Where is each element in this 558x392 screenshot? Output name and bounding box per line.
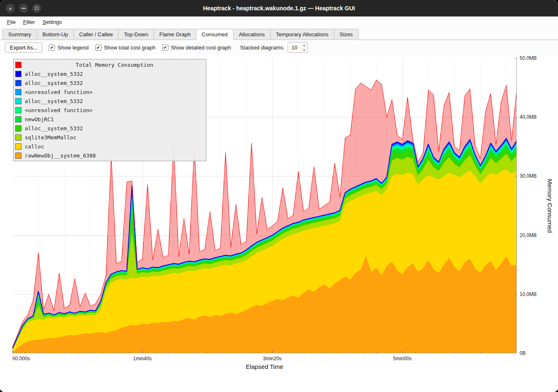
tabbar: Summary Bottom-Up Caller / Callee Top-Do… — [0, 28, 558, 40]
y-axis-title: Memory Consumed — [546, 179, 553, 233]
checkbox-icon — [162, 45, 168, 51]
x-tick: 5min00s — [393, 356, 411, 361]
chart-region: Total Memory Consumption alloc__system_5… — [0, 55, 558, 392]
window-controls — [6, 4, 41, 13]
checkbox-icon — [95, 45, 102, 51]
legend-label: rawNewObj__system_6388 — [25, 153, 96, 159]
tab-allocations[interactable]: Allocations — [233, 29, 271, 40]
close-icon — [9, 5, 12, 12]
window-title: Heaptrack - heaptrack.wakunode.1.gz — He… — [0, 5, 558, 12]
maximize-button[interactable] — [32, 4, 41, 13]
close-button[interactable] — [6, 4, 15, 13]
x-axis-title-row: Elapsed Time — [12, 362, 517, 370]
tab-summary[interactable]: Summary — [2, 29, 37, 40]
maximize-icon — [35, 7, 38, 10]
legend-swatch — [15, 71, 21, 77]
x-tick: 3min20s — [263, 356, 281, 361]
y-axis: 50,0MB 40,0MB 30,0MB 20,0MB 10,0MB 0B — [517, 58, 542, 353]
stacked-diagrams-label: Stacked diagrams: — [240, 45, 285, 51]
show-total-cost-checkbox[interactable]: Show total cost graph — [95, 45, 156, 51]
legend-title-row: Total Memory Consumption — [15, 60, 204, 69]
legend-label: sqlite3MemMalloc — [25, 134, 76, 141]
titlebar: Heaptrack - heaptrack.wakunode.1.gz — He… — [0, 0, 558, 16]
legend-item: <unresolved function> — [15, 106, 204, 115]
show-detailed-cost-label: Show detailed cost graph — [171, 45, 231, 51]
spinner-arrows — [301, 42, 307, 52]
legend-label: alloc__system_5332 — [25, 80, 83, 86]
minimize-button[interactable] — [19, 4, 28, 13]
stacked-diagrams-spinner[interactable]: 10 — [288, 42, 307, 53]
legend-swatch — [15, 116, 21, 122]
legend-item: sqlite3MemMalloc — [15, 133, 204, 142]
y-tick: 0B — [520, 350, 526, 356]
plot-area: Total Memory Consumption alloc__system_5… — [12, 58, 517, 353]
x-tick: 1min40s — [133, 356, 151, 361]
toolbar: Export As... Show legend Show total cost… — [0, 40, 558, 55]
legend-swatch — [15, 80, 21, 86]
legend-item: alloc__system_5332 — [15, 124, 204, 133]
y-tick: 20,0MB — [520, 232, 537, 238]
legend-swatch — [15, 143, 21, 150]
show-legend-label: Show legend — [57, 45, 88, 51]
legend-label: alloc__system_5332 — [25, 71, 83, 77]
menu-filter[interactable]: Filter — [19, 17, 39, 27]
legend-item: alloc__system_5332 — [15, 69, 204, 78]
legend-label: alloc__system_5332 — [25, 98, 83, 104]
legend-swatch — [15, 153, 21, 159]
tab-caller-callee[interactable]: Caller / Callee — [73, 29, 119, 40]
legend-swatch — [15, 98, 21, 104]
x-axis: 00.000s 1min40s 3min20s 5min00s — [12, 353, 517, 362]
chart-legend: Total Memory Consumption alloc__system_5… — [13, 59, 206, 161]
y-axis-label-column: Memory Consumed — [542, 58, 557, 353]
export-as-button[interactable]: Export As... — [5, 42, 42, 53]
legend-item: alloc__system_5332 — [15, 78, 204, 87]
tab-top-down[interactable]: Top-Down — [118, 29, 154, 40]
y-tick: 40,0MB — [520, 114, 537, 120]
tab-sizes[interactable]: Sizes — [334, 29, 359, 40]
show-detailed-cost-checkbox[interactable]: Show detailed cost graph — [162, 45, 231, 51]
show-total-cost-label: Show total cost graph — [104, 45, 156, 51]
legend-swatch-total — [15, 62, 21, 68]
legend-label: alloc__system_5332 — [25, 125, 83, 131]
menubar: File Filter Settings — [0, 16, 558, 28]
menu-file[interactable]: File — [3, 17, 19, 27]
tab-flame-graph[interactable]: Flame Graph — [154, 29, 196, 40]
legend-label: newObjRC1 — [25, 116, 54, 122]
tab-bottom-up[interactable]: Bottom-Up — [37, 29, 74, 40]
legend-item: rawNewObj__system_6388 — [15, 151, 204, 160]
heaptrack-window: Heaptrack - heaptrack.wakunode.1.gz — He… — [0, 0, 558, 392]
legend-swatch — [15, 125, 21, 131]
legend-item: newObjRC1 — [15, 115, 204, 124]
x-tick: 00.000s — [12, 356, 30, 361]
spin-down-icon[interactable] — [301, 47, 307, 52]
tab-consumed[interactable]: Consumed — [196, 29, 234, 40]
x-axis-title: Elapsed Time — [246, 363, 284, 370]
spin-up-icon[interactable] — [301, 42, 307, 47]
tab-temporary-allocations[interactable]: Temporary Allocations — [270, 29, 334, 40]
y-tick: 50,0MB — [520, 55, 537, 61]
legend-label: <unresolved function> — [25, 89, 92, 95]
legend-label: <unresolved function> — [25, 107, 92, 113]
show-legend-checkbox[interactable]: Show legend — [49, 45, 88, 51]
stacked-diagrams-value: 10 — [288, 42, 300, 52]
legend-item: alloc__system_5332 — [15, 96, 204, 106]
y-tick: 10,0MB — [520, 291, 537, 297]
legend-title: Total Memory Consumption — [25, 62, 204, 68]
legend-swatch — [15, 89, 21, 95]
menu-settings[interactable]: Settings — [39, 17, 66, 27]
legend-swatch — [15, 107, 21, 113]
legend-item: calloc — [15, 142, 204, 151]
legend-label: calloc — [25, 143, 44, 150]
minimize-icon — [21, 8, 26, 9]
legend-item: <unresolved function> — [15, 87, 204, 96]
y-tick: 30,0MB — [520, 173, 537, 179]
checkbox-icon — [49, 45, 55, 51]
legend-swatch — [15, 134, 21, 141]
